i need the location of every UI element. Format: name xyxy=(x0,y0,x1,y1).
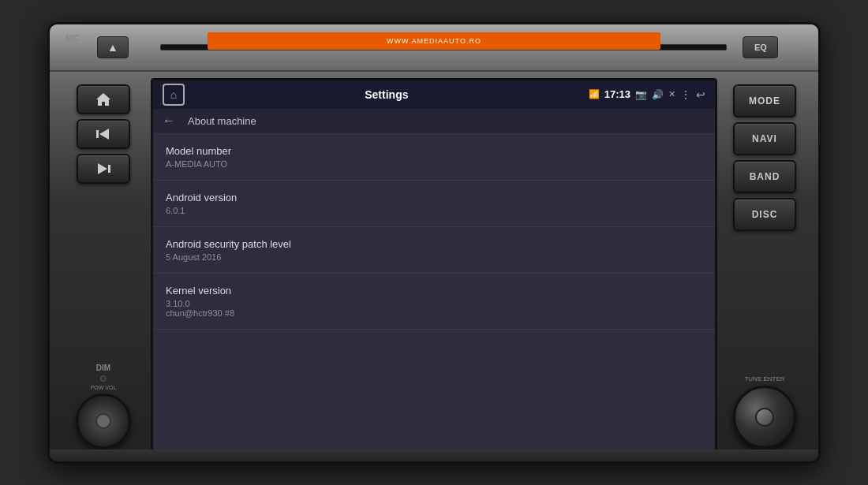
mic-dot xyxy=(100,375,107,382)
back-icon-status[interactable]: ↩ xyxy=(696,88,705,101)
home-button[interactable] xyxy=(77,84,130,114)
setting-security-patch: Android security patch level 5 August 20… xyxy=(153,227,715,274)
setting-label-kernel: Kernel version xyxy=(166,285,702,297)
back-button[interactable]: ← xyxy=(163,114,175,128)
prev-button[interactable] xyxy=(77,119,130,149)
volume-icon: 🔊 xyxy=(652,89,664,100)
signal-icon: 📶 xyxy=(589,89,600,99)
setting-kernel-version: Kernel version 3.10.0chun@hctr930 #8 xyxy=(153,274,715,330)
left-panel: DIM POW VOL xyxy=(56,78,151,455)
setting-android-version: Android version 6.0.1 xyxy=(153,181,715,227)
tune-knob[interactable] xyxy=(733,386,796,449)
orange-banner: www.amediaauto.ro xyxy=(208,32,660,50)
svg-rect-1 xyxy=(96,130,99,138)
main-body: DIM POW VOL ⌂ Settings 📶 17:13 📷 🔊 ✕ xyxy=(50,72,818,461)
right-nav-buttons: MODE NAVI BAND DISC xyxy=(733,84,796,231)
menu-icon[interactable]: ⋮ xyxy=(680,88,691,101)
tune-label: TUNE ENTER xyxy=(744,375,784,382)
setting-label-android: Android version xyxy=(166,192,702,203)
banner-text: www.amediaauto.ro xyxy=(387,37,481,45)
setting-label-model: Model number xyxy=(166,145,702,157)
pow-label: POW VOL xyxy=(91,385,117,390)
mode-button[interactable]: MODE xyxy=(733,84,796,118)
right-panel: MODE NAVI BAND DISC TUNE ENTER xyxy=(717,78,812,455)
setting-value-android: 6.0.1 xyxy=(166,206,702,215)
mic-label: MIC xyxy=(65,34,80,43)
status-icons: 📶 17:13 📷 🔊 ✕ ⋮ ↩ xyxy=(589,88,705,101)
left-nav-buttons xyxy=(77,84,130,184)
svg-marker-2 xyxy=(99,129,109,140)
navi-button[interactable]: NAVI xyxy=(733,122,796,155)
setting-value-model: A-MEDIA AUTO xyxy=(166,159,702,169)
svg-marker-4 xyxy=(98,163,107,174)
next-button[interactable] xyxy=(77,154,130,184)
band-button[interactable]: BAND xyxy=(733,160,796,193)
screen: ⌂ Settings 📶 17:13 📷 🔊 ✕ ⋮ ↩ ← About mac… xyxy=(151,78,717,455)
settings-content: Model number A-MEDIA AUTO Android versio… xyxy=(153,134,715,453)
mute-icon: ✕ xyxy=(668,89,675,99)
setting-value-security: 5 August 2016 xyxy=(166,252,702,262)
section-title: About machine xyxy=(188,115,256,127)
screen-title: Settings xyxy=(185,88,589,101)
dim-label: DIM xyxy=(96,364,110,372)
bottom-bar xyxy=(50,450,818,461)
camera-icon: 📷 xyxy=(635,89,647,100)
disc-button[interactable]: DISC xyxy=(733,198,796,231)
eq-button[interactable]: EQ xyxy=(743,36,778,58)
android-nav: ← About machine xyxy=(153,109,715,134)
setting-value-kernel: 3.10.0chun@hctr930 #8 xyxy=(166,299,702,318)
status-time: 17:13 xyxy=(604,88,630,100)
res-label: RES xyxy=(786,43,803,51)
status-bar: ⌂ Settings 📶 17:13 📷 🔊 ✕ ⋮ ↩ xyxy=(153,80,715,109)
volume-knob[interactable] xyxy=(76,394,131,449)
eject-button[interactable]: ▲ xyxy=(97,36,129,58)
svg-rect-3 xyxy=(108,165,110,173)
car-unit: www.amediaauto.ro MIC ▲ EQ RES xyxy=(47,22,821,464)
setting-model-number: Model number A-MEDIA AUTO xyxy=(153,134,715,181)
home-icon[interactable]: ⌂ xyxy=(163,84,185,106)
svg-marker-0 xyxy=(96,93,110,106)
setting-label-security: Android security patch level xyxy=(166,238,702,250)
